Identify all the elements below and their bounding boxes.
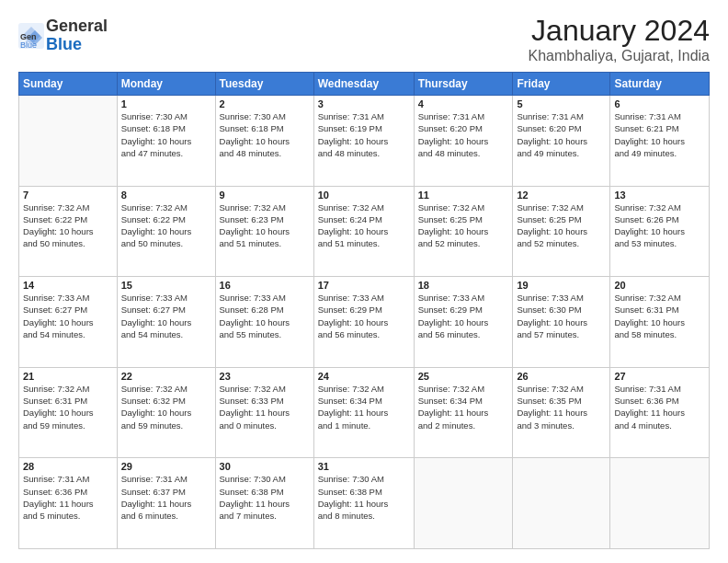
day-number: 20 [614, 280, 705, 291]
calendar-cell [414, 458, 513, 549]
day-info: Sunrise: 7:31 AM Sunset: 6:36 PM Dayligh… [614, 383, 705, 431]
day-number: 6 [614, 98, 705, 109]
title-block: January 2024 Khambhaliya, Gujarat, India [529, 14, 710, 64]
day-number: 22 [121, 371, 211, 382]
logo-text: General Blue [46, 17, 108, 54]
day-info: Sunrise: 7:32 AM Sunset: 6:25 PM Dayligh… [418, 201, 509, 250]
day-number: 23 [220, 371, 310, 382]
day-info: Sunrise: 7:32 AM Sunset: 6:24 PM Dayligh… [318, 201, 410, 250]
calendar-cell: 29Sunrise: 7:31 AM Sunset: 6:37 PM Dayli… [117, 458, 215, 549]
day-number: 19 [517, 280, 606, 291]
calendar-cell: 28Sunrise: 7:31 AM Sunset: 6:36 PM Dayli… [19, 458, 118, 549]
logo: Gen Blue General Blue [18, 17, 108, 54]
day-number: 29 [121, 461, 211, 472]
day-info: Sunrise: 7:31 AM Sunset: 6:37 PM Dayligh… [121, 473, 211, 522]
day-info: Sunrise: 7:31 AM Sunset: 6:19 PM Dayligh… [318, 110, 410, 159]
week-row: 28Sunrise: 7:31 AM Sunset: 6:36 PM Dayli… [19, 458, 710, 549]
calendar-cell: 8Sunrise: 7:32 AM Sunset: 6:22 PM Daylig… [117, 186, 215, 277]
header: Gen Blue General Blue January 2024 Khamb… [18, 14, 710, 64]
day-info: Sunrise: 7:32 AM Sunset: 6:32 PM Dayligh… [121, 383, 211, 431]
calendar-cell: 16Sunrise: 7:33 AM Sunset: 6:28 PM Dayli… [215, 277, 313, 368]
calendar-cell: 21Sunrise: 7:32 AM Sunset: 6:31 PM Dayli… [19, 367, 118, 458]
week-row: 21Sunrise: 7:32 AM Sunset: 6:31 PM Dayli… [19, 367, 710, 458]
dow-header-monday: Monday [117, 73, 215, 96]
calendar-cell: 15Sunrise: 7:33 AM Sunset: 6:27 PM Dayli… [117, 277, 215, 368]
calendar-cell: 10Sunrise: 7:32 AM Sunset: 6:24 PM Dayli… [313, 186, 414, 277]
day-number: 15 [121, 280, 211, 291]
location-title: Khambhaliya, Gujarat, India [529, 48, 710, 64]
day-number: 5 [517, 98, 606, 109]
calendar-cell: 18Sunrise: 7:33 AM Sunset: 6:29 PM Dayli… [414, 277, 513, 368]
calendar-cell [19, 96, 118, 187]
day-number: 3 [318, 98, 410, 109]
day-number: 28 [23, 461, 113, 472]
calendar-cell: 11Sunrise: 7:32 AM Sunset: 6:25 PM Dayli… [414, 186, 513, 277]
day-number: 26 [517, 371, 606, 382]
calendar-cell: 19Sunrise: 7:33 AM Sunset: 6:30 PM Dayli… [513, 277, 610, 368]
day-number: 16 [220, 280, 310, 291]
day-info: Sunrise: 7:33 AM Sunset: 6:30 PM Dayligh… [517, 292, 606, 340]
calendar-cell: 5Sunrise: 7:31 AM Sunset: 6:20 PM Daylig… [513, 96, 610, 187]
day-info: Sunrise: 7:32 AM Sunset: 6:31 PM Dayligh… [614, 292, 705, 340]
day-info: Sunrise: 7:33 AM Sunset: 6:27 PM Dayligh… [121, 292, 211, 340]
calendar-cell: 14Sunrise: 7:33 AM Sunset: 6:27 PM Dayli… [19, 277, 118, 368]
dow-header-friday: Friday [513, 73, 610, 96]
day-number: 25 [418, 371, 509, 382]
calendar-cell: 20Sunrise: 7:32 AM Sunset: 6:31 PM Dayli… [610, 277, 710, 368]
day-number: 14 [23, 280, 113, 291]
day-number: 7 [23, 190, 113, 201]
day-info: Sunrise: 7:32 AM Sunset: 6:23 PM Dayligh… [220, 201, 310, 250]
calendar-cell: 17Sunrise: 7:33 AM Sunset: 6:29 PM Dayli… [313, 277, 414, 368]
calendar: SundayMondayTuesdayWednesdayThursdayFrid… [18, 72, 710, 549]
day-info: Sunrise: 7:30 AM Sunset: 6:38 PM Dayligh… [220, 473, 310, 522]
dow-header-sunday: Sunday [19, 73, 118, 96]
day-info: Sunrise: 7:32 AM Sunset: 6:33 PM Dayligh… [220, 383, 310, 431]
dow-header-thursday: Thursday [414, 73, 513, 96]
day-info: Sunrise: 7:32 AM Sunset: 6:26 PM Dayligh… [614, 201, 705, 250]
calendar-cell [513, 458, 610, 549]
day-number: 9 [220, 190, 310, 201]
day-info: Sunrise: 7:33 AM Sunset: 6:29 PM Dayligh… [418, 292, 509, 340]
calendar-cell: 31Sunrise: 7:30 AM Sunset: 6:38 PM Dayli… [313, 458, 414, 549]
day-number: 24 [318, 371, 410, 382]
day-info: Sunrise: 7:31 AM Sunset: 6:21 PM Dayligh… [614, 110, 705, 159]
dow-header-tuesday: Tuesday [215, 73, 313, 96]
calendar-cell: 7Sunrise: 7:32 AM Sunset: 6:22 PM Daylig… [19, 186, 118, 277]
calendar-cell: 13Sunrise: 7:32 AM Sunset: 6:26 PM Dayli… [610, 186, 710, 277]
day-info: Sunrise: 7:30 AM Sunset: 6:38 PM Dayligh… [318, 473, 410, 522]
calendar-cell: 22Sunrise: 7:32 AM Sunset: 6:32 PM Dayli… [117, 367, 215, 458]
week-row: 14Sunrise: 7:33 AM Sunset: 6:27 PM Dayli… [19, 277, 710, 368]
day-number: 21 [23, 371, 113, 382]
svg-text:Blue: Blue [20, 40, 37, 49]
week-row: 7Sunrise: 7:32 AM Sunset: 6:22 PM Daylig… [19, 186, 710, 277]
day-number: 4 [418, 98, 509, 109]
calendar-cell: 27Sunrise: 7:31 AM Sunset: 6:36 PM Dayli… [610, 367, 710, 458]
day-info: Sunrise: 7:33 AM Sunset: 6:27 PM Dayligh… [23, 292, 113, 340]
page: Gen Blue General Blue January 2024 Khamb… [0, 0, 728, 563]
day-number: 27 [614, 371, 705, 382]
calendar-cell: 3Sunrise: 7:31 AM Sunset: 6:19 PM Daylig… [313, 96, 414, 187]
dow-header-wednesday: Wednesday [313, 73, 414, 96]
day-info: Sunrise: 7:32 AM Sunset: 6:34 PM Dayligh… [418, 383, 509, 431]
calendar-cell: 26Sunrise: 7:32 AM Sunset: 6:35 PM Dayli… [513, 367, 610, 458]
day-number: 10 [318, 190, 410, 201]
day-info: Sunrise: 7:33 AM Sunset: 6:29 PM Dayligh… [318, 292, 410, 340]
day-info: Sunrise: 7:31 AM Sunset: 6:20 PM Dayligh… [517, 110, 606, 159]
day-number: 12 [517, 190, 606, 201]
logo-line2: Blue [46, 36, 108, 54]
day-info: Sunrise: 7:31 AM Sunset: 6:20 PM Dayligh… [418, 110, 509, 159]
day-info: Sunrise: 7:31 AM Sunset: 6:36 PM Dayligh… [23, 473, 113, 522]
day-info: Sunrise: 7:30 AM Sunset: 6:18 PM Dayligh… [121, 110, 211, 159]
day-info: Sunrise: 7:30 AM Sunset: 6:18 PM Dayligh… [220, 110, 310, 159]
week-row: 1Sunrise: 7:30 AM Sunset: 6:18 PM Daylig… [19, 96, 710, 187]
day-number: 18 [418, 280, 509, 291]
dow-header-saturday: Saturday [610, 73, 710, 96]
day-number: 1 [121, 98, 211, 109]
calendar-cell: 9Sunrise: 7:32 AM Sunset: 6:23 PM Daylig… [215, 186, 313, 277]
calendar-cell: 4Sunrise: 7:31 AM Sunset: 6:20 PM Daylig… [414, 96, 513, 187]
calendar-cell: 1Sunrise: 7:30 AM Sunset: 6:18 PM Daylig… [117, 96, 215, 187]
day-number: 30 [220, 461, 310, 472]
day-info: Sunrise: 7:32 AM Sunset: 6:35 PM Dayligh… [517, 383, 606, 431]
day-number: 2 [220, 98, 310, 109]
day-info: Sunrise: 7:33 AM Sunset: 6:28 PM Dayligh… [220, 292, 310, 340]
